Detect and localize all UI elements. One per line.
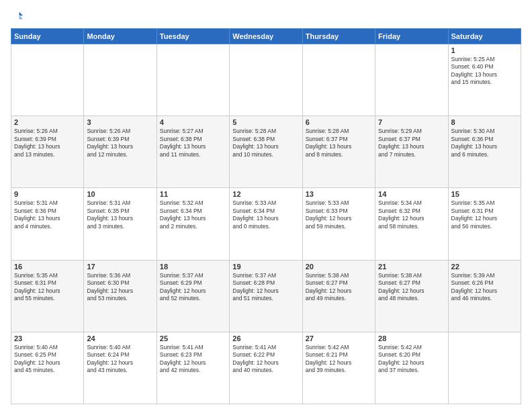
day-info: Sunrise: 5:27 AM Sunset: 6:38 PM Dayligh… — [160, 128, 226, 158]
day-info: Sunrise: 5:40 AM Sunset: 6:24 PM Dayligh… — [87, 344, 153, 375]
day-info: Sunrise: 5:33 AM Sunset: 6:33 PM Dayligh… — [306, 199, 372, 230]
calendar-header-row: SundayMondayTuesdayWednesdayThursdayFrid… — [11, 29, 521, 44]
header — [11, 11, 521, 23]
day-number: 8 — [451, 118, 518, 126]
calendar-week-row: 9Sunrise: 5:31 AM Sunset: 6:36 PM Daylig… — [11, 188, 521, 260]
calendar-cell: 21Sunrise: 5:38 AM Sunset: 6:27 PM Dayli… — [375, 260, 448, 332]
weekday-header: Saturday — [448, 29, 521, 44]
day-info: Sunrise: 5:40 AM Sunset: 6:25 PM Dayligh… — [14, 344, 81, 375]
weekday-header: Monday — [84, 29, 157, 44]
day-number: 6 — [306, 118, 372, 126]
day-info: Sunrise: 5:37 AM Sunset: 6:29 PM Dayligh… — [160, 272, 226, 303]
weekday-header: Thursday — [302, 29, 375, 44]
day-number: 16 — [14, 263, 81, 271]
calendar-cell: 8Sunrise: 5:30 AM Sunset: 6:36 PM Daylig… — [448, 116, 521, 188]
day-info: Sunrise: 5:31 AM Sunset: 6:35 PM Dayligh… — [87, 199, 153, 230]
calendar-cell: 6Sunrise: 5:28 AM Sunset: 6:37 PM Daylig… — [302, 116, 375, 188]
day-number: 21 — [378, 263, 445, 271]
calendar-cell: 16Sunrise: 5:35 AM Sunset: 6:31 PM Dayli… — [11, 260, 84, 332]
day-number: 26 — [232, 334, 299, 342]
calendar-week-row: 16Sunrise: 5:35 AM Sunset: 6:31 PM Dayli… — [11, 260, 521, 332]
day-number: 25 — [160, 334, 226, 342]
weekday-header: Sunday — [11, 29, 84, 44]
day-number: 17 — [87, 263, 153, 271]
calendar-cell: 9Sunrise: 5:31 AM Sunset: 6:36 PM Daylig… — [11, 188, 84, 260]
day-number: 5 — [232, 118, 299, 126]
calendar-cell: 15Sunrise: 5:35 AM Sunset: 6:31 PM Dayli… — [448, 188, 521, 260]
day-number: 1 — [451, 46, 518, 54]
weekday-header: Friday — [375, 29, 448, 44]
day-info: Sunrise: 5:42 AM Sunset: 6:20 PM Dayligh… — [378, 344, 445, 375]
calendar-cell: 22Sunrise: 5:39 AM Sunset: 6:26 PM Dayli… — [448, 260, 521, 332]
day-info: Sunrise: 5:37 AM Sunset: 6:28 PM Dayligh… — [232, 272, 299, 303]
day-number: 22 — [451, 263, 518, 271]
calendar-cell — [448, 332, 521, 404]
day-number: 4 — [160, 118, 226, 126]
day-number: 7 — [378, 118, 445, 126]
day-number: 18 — [160, 263, 226, 271]
svg-marker-0 — [19, 12, 23, 15]
day-number: 3 — [87, 118, 153, 126]
calendar-cell: 26Sunrise: 5:41 AM Sunset: 6:22 PM Dayli… — [230, 332, 302, 404]
day-info: Sunrise: 5:35 AM Sunset: 6:31 PM Dayligh… — [451, 199, 518, 230]
day-number: 20 — [306, 263, 372, 271]
calendar-cell: 19Sunrise: 5:37 AM Sunset: 6:28 PM Dayli… — [230, 260, 302, 332]
calendar-cell: 5Sunrise: 5:28 AM Sunset: 6:38 PM Daylig… — [230, 116, 302, 188]
day-info: Sunrise: 5:39 AM Sunset: 6:26 PM Dayligh… — [451, 272, 518, 303]
page: SundayMondayTuesdayWednesdayThursdayFrid… — [0, 0, 532, 411]
calendar-cell — [157, 44, 229, 116]
calendar-cell: 27Sunrise: 5:42 AM Sunset: 6:21 PM Dayli… — [302, 332, 375, 404]
day-info: Sunrise: 5:28 AM Sunset: 6:37 PM Dayligh… — [306, 128, 372, 158]
calendar-cell: 23Sunrise: 5:40 AM Sunset: 6:25 PM Dayli… — [11, 332, 84, 404]
calendar-table: SundayMondayTuesdayWednesdayThursdayFrid… — [11, 28, 521, 404]
day-info: Sunrise: 5:32 AM Sunset: 6:34 PM Dayligh… — [160, 199, 226, 230]
day-number: 23 — [14, 334, 81, 342]
calendar-cell: 3Sunrise: 5:26 AM Sunset: 6:39 PM Daylig… — [84, 116, 157, 188]
calendar-cell: 10Sunrise: 5:31 AM Sunset: 6:35 PM Dayli… — [84, 188, 157, 260]
day-info: Sunrise: 5:42 AM Sunset: 6:21 PM Dayligh… — [306, 344, 372, 375]
day-info: Sunrise: 5:30 AM Sunset: 6:36 PM Dayligh… — [451, 128, 518, 158]
day-number: 19 — [232, 263, 299, 271]
day-info: Sunrise: 5:34 AM Sunset: 6:32 PM Dayligh… — [378, 199, 445, 230]
logo — [11, 11, 24, 23]
day-info: Sunrise: 5:38 AM Sunset: 6:27 PM Dayligh… — [378, 272, 445, 303]
svg-marker-1 — [19, 15, 23, 19]
calendar-cell: 11Sunrise: 5:32 AM Sunset: 6:34 PM Dayli… — [157, 188, 229, 260]
day-number: 10 — [87, 190, 153, 198]
calendar-cell: 1Sunrise: 5:25 AM Sunset: 6:40 PM Daylig… — [448, 44, 521, 116]
calendar-week-row: 2Sunrise: 5:26 AM Sunset: 6:39 PM Daylig… — [11, 116, 521, 188]
calendar-cell: 25Sunrise: 5:41 AM Sunset: 6:23 PM Dayli… — [157, 332, 229, 404]
day-info: Sunrise: 5:25 AM Sunset: 6:40 PM Dayligh… — [451, 56, 518, 87]
weekday-header: Tuesday — [157, 29, 229, 44]
calendar-week-row: 1Sunrise: 5:25 AM Sunset: 6:40 PM Daylig… — [11, 44, 521, 116]
day-info: Sunrise: 5:38 AM Sunset: 6:27 PM Dayligh… — [306, 272, 372, 303]
calendar-cell — [302, 44, 375, 116]
day-info: Sunrise: 5:35 AM Sunset: 6:31 PM Dayligh… — [14, 272, 81, 303]
weekday-header: Wednesday — [230, 29, 302, 44]
day-number: 14 — [378, 190, 445, 198]
calendar-cell — [375, 44, 448, 116]
calendar-cell — [11, 44, 84, 116]
calendar-cell — [230, 44, 302, 116]
calendar-cell: 2Sunrise: 5:26 AM Sunset: 6:39 PM Daylig… — [11, 116, 84, 188]
day-info: Sunrise: 5:41 AM Sunset: 6:23 PM Dayligh… — [160, 344, 226, 375]
calendar-cell: 12Sunrise: 5:33 AM Sunset: 6:34 PM Dayli… — [230, 188, 302, 260]
calendar-cell — [84, 44, 157, 116]
day-info: Sunrise: 5:29 AM Sunset: 6:37 PM Dayligh… — [378, 128, 445, 158]
day-info: Sunrise: 5:31 AM Sunset: 6:36 PM Dayligh… — [14, 199, 81, 230]
day-number: 27 — [306, 334, 372, 342]
day-info: Sunrise: 5:28 AM Sunset: 6:38 PM Dayligh… — [232, 128, 299, 158]
calendar-cell: 7Sunrise: 5:29 AM Sunset: 6:37 PM Daylig… — [375, 116, 448, 188]
calendar-cell: 18Sunrise: 5:37 AM Sunset: 6:29 PM Dayli… — [157, 260, 229, 332]
day-number: 9 — [14, 190, 81, 198]
logo-icon — [11, 11, 23, 23]
calendar-week-row: 23Sunrise: 5:40 AM Sunset: 6:25 PM Dayli… — [11, 332, 521, 404]
calendar-cell: 28Sunrise: 5:42 AM Sunset: 6:20 PM Dayli… — [375, 332, 448, 404]
day-number: 13 — [306, 190, 372, 198]
day-number: 2 — [14, 118, 81, 126]
day-number: 24 — [87, 334, 153, 342]
day-number: 28 — [378, 334, 445, 342]
calendar-cell: 14Sunrise: 5:34 AM Sunset: 6:32 PM Dayli… — [375, 188, 448, 260]
day-info: Sunrise: 5:26 AM Sunset: 6:39 PM Dayligh… — [87, 128, 153, 158]
calendar-cell: 4Sunrise: 5:27 AM Sunset: 6:38 PM Daylig… — [157, 116, 229, 188]
